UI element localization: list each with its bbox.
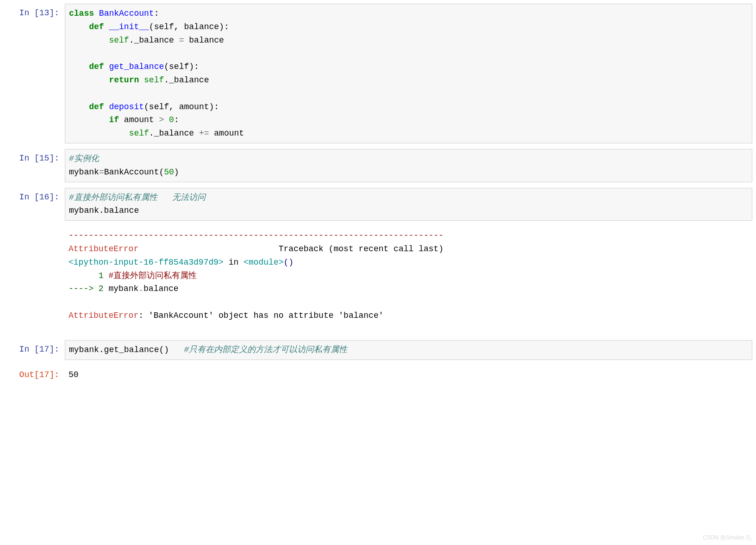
kw-if: if bbox=[109, 115, 119, 124]
comment: #直接外部访问私有属性 无法访问 bbox=[69, 193, 206, 202]
code-input-17[interactable]: mybank.get_balance() #只有在内部定义的方法才可以访问私有属… bbox=[65, 340, 752, 360]
kw-def: def bbox=[89, 62, 104, 71]
func-get-balance: get_balance bbox=[109, 62, 164, 71]
prompt-in-17: In [17]: bbox=[4, 340, 65, 360]
kw-self: self bbox=[109, 36, 129, 45]
func-init: __init__ bbox=[109, 22, 149, 31]
code-input-16[interactable]: #直接外部访问私有属性 无法访问 mybank.balance bbox=[65, 188, 752, 221]
class-name: BankAccount bbox=[99, 9, 154, 18]
prompt-empty bbox=[4, 226, 65, 325]
prompt-in-13: In [13]: bbox=[4, 4, 65, 143]
cell-17: In [17]: mybank.get_balance() #只有在内部定义的方… bbox=[4, 340, 752, 360]
kw-def: def bbox=[89, 102, 104, 111]
traceback-dash: ----------------------------------------… bbox=[69, 231, 444, 240]
prompt-in-15: In [15]: bbox=[4, 149, 65, 182]
output-value-17: 50 bbox=[65, 365, 752, 384]
code-input-15[interactable]: #实例化 mybank=BankAccount(50) bbox=[65, 149, 752, 182]
cell-16: In [16]: #直接外部访问私有属性 无法访问 mybank.balance bbox=[4, 188, 752, 221]
exception-message: : 'BankAccount' object has no attribute … bbox=[138, 311, 383, 320]
cell-15: In [15]: #实例化 mybank=BankAccount(50) bbox=[4, 149, 752, 182]
traceback-output: ----------------------------------------… bbox=[65, 226, 752, 325]
kw-return: return bbox=[109, 75, 139, 85]
cell-17-output: Out[17]: 50 bbox=[4, 365, 752, 384]
spacer bbox=[4, 331, 752, 340]
traceback-arrow: ----> bbox=[69, 284, 99, 293]
exception-name: AttributeError bbox=[69, 244, 138, 254]
module-ref: <module> bbox=[244, 258, 283, 267]
prompt-in-16: In [16]: bbox=[4, 188, 65, 221]
kw-def: def bbox=[89, 22, 104, 31]
comment: #实例化 bbox=[69, 154, 99, 163]
code-input-13[interactable]: class BankAccount: def __init__(self, ba… bbox=[65, 4, 752, 143]
kw-class: class bbox=[69, 9, 94, 18]
cell-13: In [13]: class BankAccount: def __init__… bbox=[4, 4, 752, 143]
cell-16-output: ----------------------------------------… bbox=[4, 226, 752, 325]
prompt-out-17: Out[17]: bbox=[4, 365, 65, 384]
exception-name-final: AttributeError bbox=[69, 311, 138, 320]
func-deposit: deposit bbox=[109, 102, 144, 111]
comment: #只有在内部定义的方法才可以访问私有属性 bbox=[184, 345, 347, 354]
ipython-input-ref: <ipython-input-16-ff854a3d97d9> bbox=[69, 258, 224, 267]
